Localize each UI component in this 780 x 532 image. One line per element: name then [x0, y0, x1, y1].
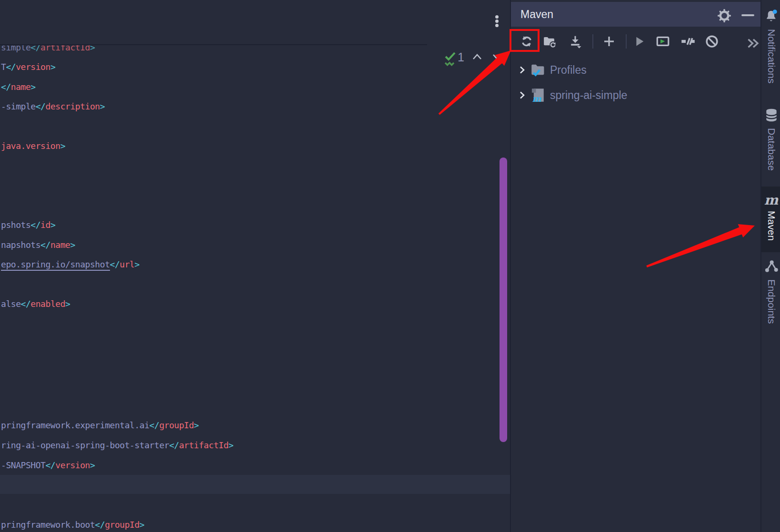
minimize-panel-icon[interactable]	[741, 14, 754, 16]
previous-highlight-chevron-up[interactable]	[471, 52, 483, 62]
run-maven-configuration-button[interactable]	[656, 34, 670, 49]
ide-window: { "editor": { "code_lines": [ {"y":100,"…	[0, 0, 780, 532]
editor-scrollbar-thumb[interactable]	[500, 158, 507, 442]
current-line-highlight	[0, 475, 510, 494]
maven-strip-tab[interactable]: m Maven	[761, 187, 780, 252]
editor-top-area	[0, 0, 510, 44]
code-line: pringframework.experimental.ai</groupId>	[1, 415, 199, 435]
inspections-count: 1	[458, 50, 464, 64]
strip-tab-database[interactable]: Database	[761, 108, 780, 173]
chevron-right-icon[interactable]	[518, 65, 527, 75]
tree-item-label: spring-ai-simple	[550, 89, 627, 102]
download-sources-button[interactable]	[568, 34, 582, 49]
code-line: napshots</name>	[1, 235, 75, 255]
maven-m-icon: m	[764, 192, 779, 208]
editor-options-kebab-icon[interactable]	[495, 15, 499, 27]
strip-tab-notifications[interactable]: Notifications	[761, 9, 780, 85]
gear-icon[interactable]	[717, 8, 732, 23]
code-line: </name>	[1, 77, 36, 97]
more-toolbar-actions-icon[interactable]	[746, 36, 760, 50]
toolbar-separator	[592, 34, 593, 49]
tree-item-label: Profiles	[550, 64, 587, 77]
maven-module-icon: m	[530, 87, 546, 103]
editor-divider	[0, 44, 427, 45]
code-line: java.version>	[1, 136, 65, 156]
code-line: ring-ai-openai-spring-boot-starter</arti…	[1, 435, 233, 455]
maven-tool-window: Maven	[510, 0, 760, 532]
code-line: -simple</description>	[1, 97, 105, 117]
code-line: pringframework.boot</groupId>	[1, 515, 144, 532]
maven-panel-title: Maven	[520, 8, 553, 21]
reload-all-maven-projects-button[interactable]	[520, 34, 534, 49]
toggle-skip-tests-icon[interactable]	[681, 34, 695, 49]
strip-tab-label: Endpoints	[766, 279, 777, 324]
bell-icon	[764, 9, 779, 24]
strip-tab-label: Notifications	[766, 29, 777, 83]
endpoints-icon	[764, 259, 779, 274]
code-editor[interactable]: simple</artifactId>T</version></name>-si…	[0, 0, 510, 532]
svg-text:m: m	[532, 94, 542, 103]
code-line: T</version>	[1, 57, 55, 77]
next-highlight-chevron-down[interactable]	[491, 52, 503, 62]
toolbar-separator	[626, 34, 627, 49]
database-icon	[764, 108, 779, 123]
strip-tab-label: Maven	[766, 211, 777, 241]
strip-tab-endpoints[interactable]: Endpoints	[761, 259, 780, 325]
code-line: epo.spring.io/snapshot</url>	[1, 255, 140, 275]
generate-sources-button[interactable]	[542, 34, 557, 49]
chevron-right-icon[interactable]	[518, 90, 527, 100]
right-tool-strip: Notifications Database m Maven Endpoints	[760, 0, 780, 532]
code-line: pshots</id>	[1, 215, 55, 235]
code-line: -SNAPSHOT</version>	[1, 455, 95, 475]
code-line: alse</enabled>	[1, 294, 70, 314]
tree-item-spring-ai-simple[interactable]: m spring-ai-simple	[511, 83, 761, 108]
inspections-ok-icon	[443, 50, 457, 69]
toggle-offline-mode-icon[interactable]	[705, 34, 719, 49]
tree-item-profiles[interactable]: Profiles	[511, 58, 761, 82]
strip-tab-label: Database	[766, 128, 777, 171]
profiles-folder-icon	[530, 62, 546, 78]
execute-maven-goal-button[interactable]	[632, 34, 646, 49]
add-maven-project-button[interactable]	[602, 34, 616, 49]
